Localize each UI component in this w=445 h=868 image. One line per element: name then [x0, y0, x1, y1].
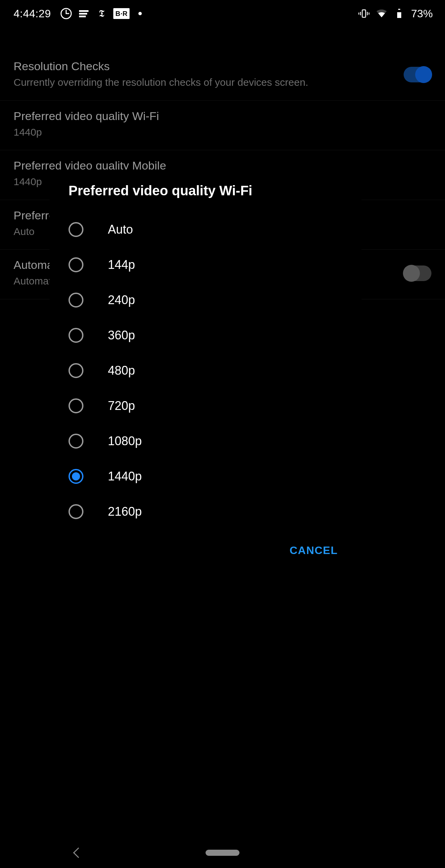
option-240p[interactable]: 240p: [50, 282, 362, 318]
svg-text:𝕿: 𝕿: [99, 8, 104, 19]
more-notifications-icon: [138, 12, 142, 15]
status-clock: 4:44:29: [14, 7, 51, 20]
nyt-icon: 𝕿: [96, 8, 107, 19]
option-2160p[interactable]: 2160p: [50, 494, 362, 529]
svg-rect-3: [79, 16, 86, 17]
svg-rect-2: [79, 13, 87, 15]
setting-title: Resolution Checks: [14, 60, 390, 73]
svg-rect-5: [362, 10, 366, 17]
option-label: 240p: [108, 293, 135, 307]
setting-subtitle: 1440p: [14, 125, 431, 139]
svg-rect-12: [397, 10, 401, 12]
option-720p[interactable]: 720p: [50, 388, 362, 423]
setting-resolution-checks[interactable]: Resolution Checks Currently overriding t…: [0, 51, 445, 101]
option-label: 720p: [108, 399, 135, 413]
option-144p[interactable]: 144p: [50, 247, 362, 282]
option-1080p[interactable]: 1080p: [50, 423, 362, 459]
espn-icon: [78, 8, 90, 19]
radio-icon: [69, 257, 83, 272]
option-label: 360p: [108, 328, 135, 342]
option-label: 1440p: [108, 469, 142, 484]
radio-icon: [69, 222, 83, 237]
option-480p[interactable]: 480p: [50, 353, 362, 388]
option-label: 1080p: [108, 434, 142, 448]
radio-icon: [69, 328, 83, 343]
battery-icon: [393, 8, 405, 19]
toggle-resolution-checks[interactable]: [404, 67, 431, 82]
option-label: 144p: [108, 258, 135, 272]
wifi-icon: [376, 8, 387, 19]
radio-icon: [69, 504, 83, 519]
option-1440p[interactable]: 1440p: [50, 459, 362, 494]
nav-back-button[interactable]: [73, 847, 83, 858]
svg-rect-11: [398, 9, 400, 10]
toggle-auto-captions[interactable]: [404, 265, 431, 281]
battery-percent: 73%: [411, 7, 433, 20]
option-label: Auto: [108, 222, 133, 237]
setting-subtitle: Currently overriding the resolution chec…: [14, 76, 390, 90]
setting-quality-wifi[interactable]: Preferred video quality Wi-Fi 1440p: [0, 101, 445, 151]
nav-home-pill[interactable]: [206, 850, 239, 856]
dialog-actions: CANCEL: [50, 529, 362, 557]
radio-icon: [69, 363, 83, 378]
br-icon: B·R: [113, 8, 130, 19]
option-360p[interactable]: 360p: [50, 318, 362, 353]
radio-icon: [69, 434, 83, 449]
quality-dialog: Preferred video quality Wi-Fi Auto 144p …: [50, 170, 362, 576]
guardian-icon: [60, 8, 72, 19]
radio-icon: [69, 398, 83, 413]
status-bar: 4:44:29 𝕿 B·R 73%: [0, 0, 445, 27]
navigation-bar: [0, 837, 445, 868]
dialog-title: Preferred video quality Wi-Fi: [50, 183, 362, 212]
status-left: 4:44:29 𝕿 B·R: [14, 7, 142, 20]
status-right: 73%: [358, 7, 433, 20]
option-auto[interactable]: Auto: [50, 212, 362, 247]
radio-icon: [69, 469, 83, 484]
radio-icon: [69, 293, 83, 308]
option-label: 480p: [108, 363, 135, 378]
svg-rect-1: [79, 10, 89, 12]
cancel-button[interactable]: CANCEL: [290, 544, 338, 557]
setting-title: Preferred video quality Wi-Fi: [14, 110, 431, 123]
vibrate-icon: [358, 8, 370, 19]
option-label: 2160p: [108, 505, 142, 519]
